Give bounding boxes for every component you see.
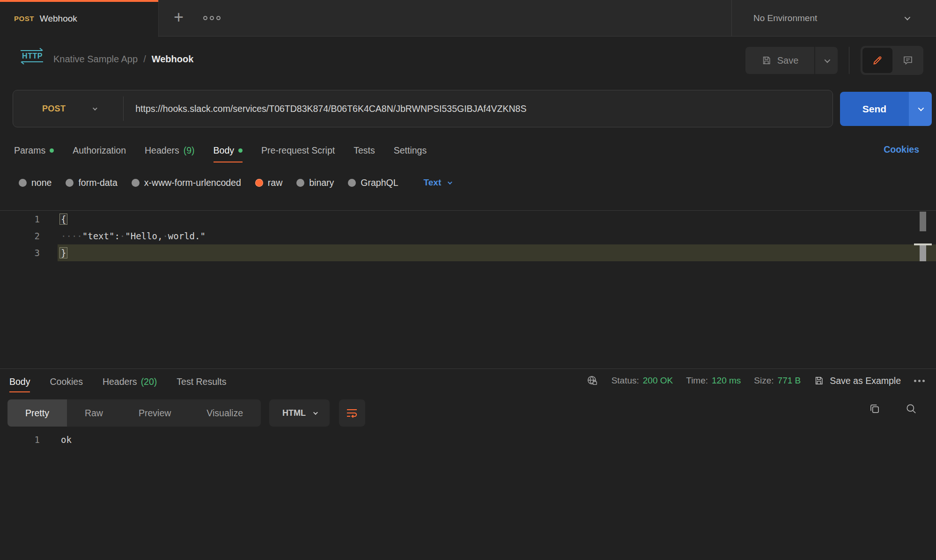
- editor-line: 2 ····"text":·"Hello,·world.": [0, 228, 936, 244]
- save-button[interactable]: Save: [745, 47, 814, 74]
- chevron-down-icon: [905, 15, 911, 21]
- breadcrumb-collection[interactable]: Knative Sample App: [53, 54, 138, 65]
- wrap-lines-icon: [346, 407, 358, 419]
- tab-label: Tests: [354, 145, 375, 156]
- response-tab-test-results[interactable]: Test Results: [177, 371, 226, 392]
- edit-request-button[interactable]: [862, 48, 892, 73]
- request-tab-webhook[interactable]: POST Webhook: [0, 0, 159, 37]
- request-tabs: Params Authorization Headers (9) Body Pr…: [14, 138, 427, 162]
- save-button-label: Save: [777, 55, 799, 66]
- response-tools: [869, 403, 917, 415]
- save-icon: [814, 376, 824, 386]
- body-mode-form-data[interactable]: form-data: [66, 177, 117, 188]
- editor-scrollbar-thumb[interactable]: [920, 212, 926, 231]
- json-key: "text":: [82, 231, 120, 241]
- tab-options-icon[interactable]: [203, 16, 221, 20]
- headers-count-badge: (9): [184, 145, 195, 156]
- request-body-editor[interactable]: 1 { 2 ····"text":·"Hello,·world." 3 }: [0, 210, 936, 368]
- mode-label: form-data: [78, 177, 117, 188]
- chevron-down-icon: [313, 410, 318, 415]
- format-label: HTML: [282, 408, 306, 418]
- format-select[interactable]: HTML: [269, 399, 330, 427]
- response-body[interactable]: 1 ok: [0, 432, 936, 448]
- body-mode-raw[interactable]: raw: [255, 177, 282, 188]
- method-selector[interactable]: POST: [42, 104, 66, 114]
- network-globe-lock-icon[interactable]: [586, 375, 598, 387]
- chevron-down-icon[interactable]: [93, 106, 97, 111]
- view-visualize-button[interactable]: Visualize: [189, 399, 261, 427]
- chevron-down-icon: [824, 57, 830, 63]
- view-pretty-button[interactable]: Pretty: [7, 399, 67, 427]
- environment-selector[interactable]: No Environment: [731, 0, 936, 36]
- breadcrumb: Knative Sample App / Webhook: [53, 54, 193, 65]
- body-mode-binary[interactable]: binary: [296, 177, 334, 188]
- save-as-example-label: Save as Example: [830, 376, 901, 386]
- mode-label: binary: [309, 177, 334, 188]
- response-tab-headers[interactable]: Headers (20): [103, 371, 157, 392]
- whitespace-dot: ·: [162, 231, 168, 241]
- copy-icon[interactable]: [869, 403, 881, 415]
- search-icon[interactable]: [905, 403, 917, 415]
- response-tab-body[interactable]: Body: [9, 371, 30, 392]
- send-button-label: Send: [862, 103, 886, 115]
- environment-label: No Environment: [753, 13, 817, 23]
- response-tabs: Body Cookies Headers (20) Test Results: [9, 371, 227, 392]
- body-mode-x-www-form-urlencoded[interactable]: x-www-form-urlencoded: [132, 177, 241, 188]
- view-raw-button[interactable]: Raw: [67, 399, 121, 427]
- tab-headers[interactable]: Headers (9): [145, 138, 195, 162]
- tab-label: Pre-request Script: [261, 145, 335, 156]
- view-label: Raw: [85, 408, 103, 419]
- tab-label: Authorization: [73, 145, 126, 156]
- response-more-actions-icon[interactable]: [914, 380, 925, 382]
- radio-icon: [348, 179, 356, 187]
- tab-tests[interactable]: Tests: [354, 138, 375, 162]
- size-value: 771 B: [778, 376, 801, 386]
- wrap-lines-button[interactable]: [339, 399, 365, 427]
- status-badge[interactable]: Status: 200 OK: [612, 376, 673, 386]
- mode-label: raw: [268, 177, 282, 188]
- tab-pre-request-script[interactable]: Pre-request Script: [261, 138, 335, 162]
- tab-settings[interactable]: Settings: [394, 138, 427, 162]
- tab-label: Test Results: [177, 376, 226, 387]
- raw-language-select[interactable]: Text: [424, 177, 451, 188]
- size-badge[interactable]: Size: 771 B: [754, 376, 801, 386]
- open-brace: {: [59, 214, 67, 225]
- tab-params[interactable]: Params: [14, 138, 54, 162]
- send-options-button[interactable]: [909, 92, 932, 126]
- postman-app: POST Webhook + No Environment HTTP Knati…: [0, 0, 936, 560]
- radio-icon: [19, 179, 27, 187]
- header-divider: [849, 47, 849, 74]
- tab-label: Settings: [394, 145, 427, 156]
- url-input[interactable]: https://hooks.slack.com/services/T06TD83…: [135, 103, 526, 114]
- line-number: 3: [0, 248, 40, 258]
- new-tab-button[interactable]: +: [174, 9, 184, 26]
- save-icon: [761, 55, 772, 66]
- editor-cursor-mark: [920, 245, 926, 261]
- breadcrumb-request-name[interactable]: Webhook: [152, 54, 194, 65]
- body-mode-none[interactable]: none: [19, 177, 52, 188]
- view-preview-button[interactable]: Preview: [121, 399, 189, 427]
- response-view-controls: Pretty Raw Preview Visualize HTML: [7, 399, 365, 427]
- tab-authorization[interactable]: Authorization: [73, 138, 126, 162]
- view-segmented-control: Pretty Raw Preview Visualize: [7, 399, 261, 427]
- tab-title: Webhook: [40, 14, 77, 24]
- comment-icon: [902, 55, 914, 66]
- save-options-button[interactable]: [815, 47, 838, 74]
- body-mode-graphql[interactable]: GraphQL: [348, 177, 398, 188]
- indent-whitespace: ····: [61, 231, 82, 241]
- send-button[interactable]: Send: [840, 92, 909, 126]
- response-tab-cookies[interactable]: Cookies: [50, 371, 82, 392]
- time-badge[interactable]: Time: 120 ms: [686, 376, 741, 386]
- status-value: 200 OK: [643, 376, 673, 386]
- cookies-link[interactable]: Cookies: [884, 144, 919, 155]
- comments-button[interactable]: [892, 55, 923, 66]
- params-active-dot: [50, 148, 54, 153]
- response-meta: Status: 200 OK Time: 120 ms Size: 771 B …: [586, 369, 925, 392]
- tab-body[interactable]: Body: [214, 138, 243, 162]
- tab-label: Params: [14, 145, 45, 156]
- line-number: 1: [0, 435, 40, 445]
- mode-label: GraphQL: [361, 177, 398, 188]
- line-number: 2: [0, 231, 40, 241]
- tab-label: Body: [214, 145, 234, 156]
- save-as-example-button[interactable]: Save as Example: [814, 376, 901, 386]
